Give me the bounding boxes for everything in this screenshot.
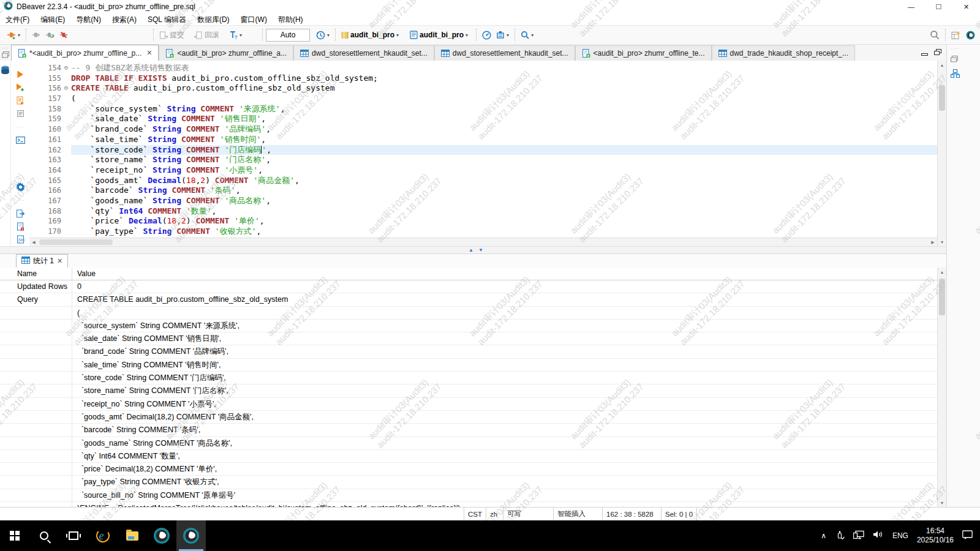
table-row[interactable]: `pay_type` String COMMENT '收银方式', [0,476,937,489]
scroll-down-icon[interactable]: ▼ [938,498,946,507]
table-row[interactable]: `receipt_no` String COMMENT '小票号', [0,398,937,411]
menu-item-6[interactable]: 数据库(D) [192,13,235,26]
editor-vertical-scrollbar[interactable]: ▲ ▼ [937,61,946,246]
disconnect-button[interactable] [57,29,70,41]
fold-marker-icon[interactable]: ⊖ [61,63,71,73]
scroll-right-icon[interactable]: ▶ [929,238,937,246]
new-connection-button[interactable]: ▾ [4,29,23,41]
restore-view-icon[interactable] [951,51,958,66]
dbeaver-perspective-button[interactable] [963,29,978,42]
clock[interactable]: 16:54 2025/10/16 [917,527,954,545]
commit-button[interactable]: 提交 [157,28,187,42]
status-language[interactable]: zh [486,508,503,521]
code-line[interactable]: 165 `goods_amt` Decimal(18,2) COMMENT '商… [29,176,937,186]
menu-item-3[interactable]: 导航(N) [70,13,107,26]
maximize-up-icon[interactable]: ▲ [469,247,473,254]
speaker-icon[interactable] [873,530,884,541]
restore-panel-icon[interactable] [2,51,9,59]
database-navigator-icon[interactable] [1,66,10,77]
code-line[interactable]: 155DROP TABLE IF EXISTS audit_bi_pro.cus… [29,73,937,84]
table-row[interactable]: `sale_time` String COMMENT '销售时间', [0,359,937,372]
maximize-down-icon[interactable]: ▼ [478,247,483,254]
editor-horizontal-scrollbar[interactable]: ◀ ▶ [29,238,937,246]
menu-item-1[interactable]: 文件(F) [0,13,35,26]
close-icon[interactable]: ✕ [146,49,152,57]
menu-item-5[interactable]: SQL 编辑器 [142,13,192,26]
editor-tab-6[interactable]: dwd_trade_hkaudit_shop_receipt_... [712,45,855,61]
templates-button[interactable] [13,220,28,233]
hscroll-thumb[interactable] [39,239,113,245]
table-row[interactable]: `goods_amt` Decimal(18,2) COMMENT '商品金额'… [0,411,937,424]
editor-tab-5[interactable]: <audit_bi_pro> zhumr_offline_te... [575,45,712,61]
code-line[interactable]: 163 `store_name` String COMMENT '门店名称', [29,155,937,165]
dashboard-button[interactable] [480,29,494,42]
code-line[interactable]: 157( [29,94,937,104]
quick-search-button[interactable] [927,28,942,42]
table-row[interactable]: `source_bill_no` String COMMENT '原单据号' [0,489,937,502]
table-row[interactable]: ( [0,307,937,320]
table-row[interactable]: `qty` Int64 COMMENT '数量', [0,450,937,463]
code-line[interactable]: 154⊖-- 9 创建SBZ老系统销售数据表 [29,63,937,73]
output-button[interactable]: ▾ [494,29,511,41]
connect-button[interactable] [29,29,43,41]
scroll-left-icon[interactable]: ◀ [29,238,38,246]
table-row[interactable]: `goods_name` String COMMENT '商品名称', [0,437,937,450]
tray-chevron-icon[interactable]: ∧ [821,531,826,540]
language-indicator[interactable]: ENG [892,531,908,540]
scroll-up-icon[interactable]: ▲ [938,268,946,276]
status-selection[interactable]: Sel: 0 | 0 [661,508,696,521]
editor-tab-1[interactable]: *<audit_bi_pro> zhumr_offline_p...✕ [11,45,159,61]
code-line[interactable]: 169 `price` Decimal(18,2) COMMENT '单价', [29,216,937,227]
restore-editor-icon[interactable] [934,49,941,56]
taskbar-start-button[interactable] [0,520,29,551]
editor-tab-2[interactable]: <audit_bi_pro> zhumr_offline_a... [159,45,293,61]
table-row[interactable]: `sale_date` String COMMENT '销售日期', [0,332,937,345]
taskbar-search-button[interactable] [29,520,59,551]
network-icon[interactable] [853,530,864,539]
taskbar-dbeaver-button[interactable] [147,520,176,551]
open-console-button[interactable] [13,133,28,146]
network-icon[interactable] [853,530,864,542]
table-row[interactable]: `price` Decimal(18,2) COMMENT '单价', [0,463,937,476]
speaker-icon[interactable] [873,530,884,539]
status-caret-position[interactable]: 162 : 38 : 5828 [602,508,661,521]
code-line[interactable]: 156⊖CREATE TABLE audit_bi_pro.custom_off… [29,83,937,94]
close-icon[interactable]: ✕ [57,257,62,265]
status-insert-mode[interactable]: 智能插入 [553,508,602,521]
taskbar-task-view-button[interactable] [59,520,88,551]
code-line[interactable]: 168 `qty` Int64 COMMENT '数量', [29,206,937,217]
menu-item-2[interactable]: 编辑(E) [35,13,70,26]
code-line[interactable]: 161 `sale_time` String COMMENT '销售时间', [29,135,937,145]
notification-center-icon[interactable] [962,530,973,542]
variables-button[interactable]: (w) [13,233,28,246]
table-row[interactable]: Updated Rows0 [0,280,937,293]
transaction-mode-button[interactable]: ▾ [227,29,244,41]
execute-sql-button[interactable] [13,68,28,81]
vscroll-thumb[interactable] [939,85,945,111]
code-line[interactable]: 158 `source_system` String COMMENT '来源系统… [29,104,937,114]
execute-script-button[interactable] [13,94,28,107]
transaction-log-button[interactable]: ▾ [314,29,332,42]
scroll-down-icon[interactable]: ▼ [938,238,946,246]
taskbar-explorer-button[interactable] [118,520,147,551]
sql-code-editor[interactable]: 154⊖-- 9 创建SBZ老系统销售数据表155DROP TABLE IF E… [29,61,937,238]
export-data-button[interactable] [13,207,28,220]
table-row[interactable]: QueryCREATE TABLE audit_bi_pro.custom_of… [0,293,937,306]
minimize-editor-icon[interactable] [921,50,928,56]
execute-new-tab-button[interactable] [13,81,28,94]
outline-view-icon[interactable] [951,66,960,81]
restore-panel-icon[interactable] [2,51,9,58]
connection-selector[interactable]: audit_bi_pro▾ [339,29,401,41]
table-row[interactable]: `barcode` String COMMENT '条码', [0,424,937,437]
code-line[interactable]: 170 `pay_type` String COMMENT '收银方式', [29,227,937,237]
close-button[interactable]: ✕ [952,0,980,13]
reconnect-button[interactable] [43,29,57,41]
search-button[interactable]: ▾ [518,29,536,41]
code-line[interactable]: 160 `brand_code` String COMMENT '品牌编码', [29,124,937,135]
autocommit-select[interactable]: Auto [266,29,310,42]
column-header-name[interactable]: Name [0,268,72,280]
table-row[interactable]: `store_code` String COMMENT '门店编码', [0,372,937,384]
explain-plan-button[interactable] [13,107,28,120]
taskbar-ie-button[interactable]: e [88,520,118,551]
taskbar-dbeaver-button[interactable] [176,520,206,551]
